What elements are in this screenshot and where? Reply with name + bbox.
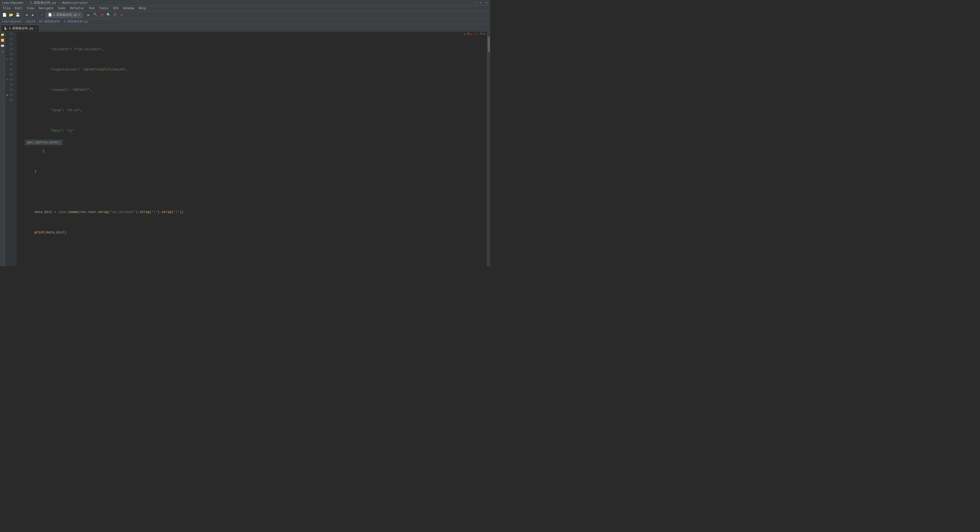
autocomplete-hint: gen_captcha_uuid() [25, 140, 63, 145]
build-button[interactable]: 🔨 [92, 12, 98, 18]
menu-code[interactable]: Code [56, 6, 67, 11]
editor-scrollbar[interactable] [487, 32, 490, 266]
code-line-30: "callback": f"sm_callback", [19, 47, 487, 52]
minimize-button[interactable]: — [473, 1, 477, 5]
code-container: 30 31 32 33 34 ▼35 36 37 38 ▼39 40 41 ▶4… [5, 32, 490, 266]
learn-icon[interactable]: 📖 [0, 44, 5, 48]
title-bar: LearnSpider - 1.获取验证码.py - Administrator… [0, 0, 490, 6]
menu-help[interactable]: Help [137, 6, 148, 11]
code-line-36: ) [19, 169, 487, 174]
menu-file[interactable]: File [1, 6, 13, 11]
breadcrumb-file[interactable]: 1.获取验证码.py [64, 19, 88, 24]
code-line-34: "data": "{}" [19, 128, 487, 133]
code-line-32: "channel": "DEFAULT", [19, 87, 487, 93]
open-button[interactable]: 📂 [8, 12, 14, 18]
tab-bar: 🐍 1.获取验证码.py ✕ [0, 24, 490, 32]
line-num-42: ▶42 [6, 93, 14, 98]
menu-view[interactable]: View [25, 6, 37, 11]
close-button[interactable]: ✕ [485, 1, 488, 5]
run-arrow-42: ▶ [6, 93, 8, 98]
top-right-indicator: ⚠ 1 ▲ 1 ✓ 5 ∧ [464, 32, 485, 36]
back-button[interactable]: ◀ [24, 12, 29, 18]
tab-python-icon: 🐍 [4, 27, 7, 30]
menu-window[interactable]: Window [121, 6, 136, 11]
line-num-41: 41 [6, 87, 14, 93]
menu-navigate[interactable]: Navigate [37, 6, 56, 11]
code-line-38: data_dict = json.loads(res.text.strip("s… [19, 210, 487, 215]
file-tab[interactable]: 🐍 1.获取验证码.py ✕ [1, 25, 39, 31]
line-num-31: 31 [6, 37, 14, 42]
fold-icon-35[interactable]: ▼ [6, 57, 8, 62]
debug-button[interactable]: 🐞 [99, 12, 105, 18]
breadcrumb-day14[interactable]: day14 [26, 20, 35, 24]
breadcrumb-learnspider[interactable]: LearnSpider [2, 20, 22, 24]
breadcrumb: LearnSpider › day14 › 03-获取验证码 › 1.获取验证码… [0, 19, 490, 24]
line-num-43: 43 [6, 98, 14, 103]
menu-bar: File Edit View Navigate Code Refactor Ru… [0, 6, 490, 11]
line-numbers: 30 31 32 33 34 ▼35 36 37 38 ▼39 40 41 ▶4… [5, 32, 16, 266]
line-num-40: 40 [6, 83, 14, 87]
toolbar-sep2 [37, 13, 38, 17]
line-num-39: ▼39 [6, 77, 14, 83]
fold-icon-39[interactable]: ▼ [6, 77, 8, 83]
breadcrumb-03[interactable]: 03-获取验证码 [39, 19, 60, 24]
profile-button[interactable]: ⏱ [112, 12, 118, 18]
forward-button[interactable]: ▶ [30, 12, 36, 18]
left-sidebar: 📁 🔀 📖 ⚙ [0, 32, 5, 266]
line-num-37: 37 [6, 67, 14, 72]
line-num-33: 33 [6, 47, 14, 52]
code-line-33: "lang": "zh-cn", [19, 108, 487, 113]
menu-refactor[interactable]: Refactor [68, 6, 87, 11]
error-indicator[interactable]: ▲ 1 [470, 32, 476, 36]
code-line-39: print(data_dict) [19, 230, 487, 235]
structure-icon[interactable]: ⚙ [0, 49, 5, 54]
window-controls[interactable]: — ❐ ✕ [473, 1, 488, 5]
new-file-button[interactable]: 📄 [2, 12, 7, 18]
tab-close-button[interactable]: ✕ [35, 27, 37, 30]
save-button[interactable]: 💾 [15, 12, 21, 18]
ok-indicator[interactable]: ✓ 5 [477, 32, 482, 36]
code-line-37 [19, 189, 487, 194]
title-text: LearnSpider - 1.获取验证码.py - Administrator [2, 0, 88, 5]
git-icon[interactable]: 🔀 [0, 38, 5, 42]
coverage-button[interactable]: 🔍 [106, 12, 111, 18]
menu-run[interactable]: Run [87, 6, 97, 11]
code-line-40 [19, 250, 487, 256]
tab-label: 1.获取验证码.py [9, 26, 33, 30]
code-content[interactable]: "callback": f"sm_callback", "organizatio… [16, 32, 487, 266]
line-num-32: 32 [6, 42, 14, 47]
toolbar: 📄 📂 💾 ◀ ▶ ⚡ 📄 1.获取验证码.py ▾ ▶ 🔨 🐞 🔍 ⏱ ■ [0, 11, 490, 19]
run-button[interactable]: ▶ [86, 12, 91, 18]
expand-icon[interactable]: ∧ [483, 32, 485, 36]
scrollbar-thumb[interactable] [488, 37, 490, 52]
menu-tools[interactable]: Tools [97, 6, 110, 11]
maximize-button[interactable]: ❐ [479, 1, 482, 5]
menu-vcs[interactable]: VCS [111, 6, 121, 11]
line-num-34: 34 [6, 52, 14, 57]
main-layout: 📁 🔀 📖 ⚙ ⚠ 1 ▲ 1 ✓ 5 ∧ 30 31 32 33 34 ▼35 [0, 32, 490, 266]
nav-button[interactable]: ⚡ [39, 12, 45, 18]
code-line-31: "organization": "xQsKB7v2qSFLFxnvmjd0", [19, 67, 487, 72]
code-line-35: } [19, 149, 487, 154]
line-num-35: ▼35 [6, 57, 14, 62]
line-num-38: 38 [6, 72, 14, 77]
stop-button[interactable]: ■ [119, 12, 124, 18]
warning-indicator[interactable]: ⚠ 1 [464, 32, 469, 36]
line-num-36: 36 [6, 62, 14, 67]
file-dropdown[interactable]: 📄 1.获取验证码.py ▾ [46, 12, 83, 18]
menu-edit[interactable]: Edit [13, 6, 24, 11]
editor-area[interactable]: ⚠ 1 ▲ 1 ✓ 5 ∧ 30 31 32 33 34 ▼35 36 37 3… [5, 32, 490, 266]
line-num-30: 30 [6, 32, 14, 37]
project-icon[interactable]: 📁 [0, 33, 5, 37]
